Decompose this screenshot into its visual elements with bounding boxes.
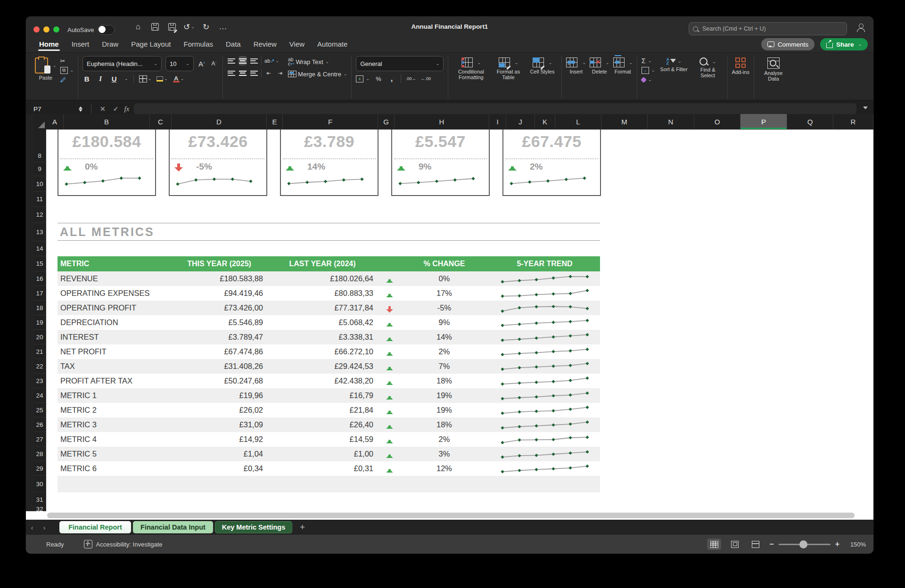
row-header-16[interactable]: 16: [33, 271, 46, 286]
ribbon-tab-home[interactable]: Home: [39, 40, 59, 50]
formula-input[interactable]: [134, 103, 856, 114]
row-header-14[interactable]: 14: [33, 241, 46, 256]
column-header-q[interactable]: Q: [787, 114, 833, 130]
normal-view-button[interactable]: [707, 539, 721, 550]
find-select-button[interactable]: ⌄ Find & Select: [693, 56, 723, 78]
cell-styles-button[interactable]: ⌄ Cell Styles: [527, 56, 557, 74]
row-header-32[interactable]: 32: [33, 507, 46, 511]
column-header-e[interactable]: E: [267, 114, 283, 130]
orientation-button[interactable]: ab↗⌄: [264, 56, 279, 65]
column-header-o[interactable]: O: [694, 114, 740, 130]
ribbon-tab-data[interactable]: Data: [226, 40, 241, 50]
ribbon-tab-formulas[interactable]: Formulas: [183, 40, 213, 50]
zoom-in-button[interactable]: +: [835, 540, 839, 548]
delete-cells-button[interactable]: ✕ ⌄ Delete: [590, 56, 609, 74]
addins-button[interactable]: Add-ins: [732, 56, 749, 75]
column-header-c[interactable]: C: [150, 114, 172, 130]
align-middle-button[interactable]: [239, 56, 247, 65]
row-header-9[interactable]: 9: [33, 162, 46, 176]
column-header-k[interactable]: K: [535, 114, 555, 130]
row-header-10[interactable]: 10: [33, 176, 46, 192]
row-header-27[interactable]: 27: [33, 432, 46, 447]
align-left-button[interactable]: [227, 68, 236, 78]
column-header-g[interactable]: G: [378, 114, 395, 130]
ribbon-tab-insert[interactable]: Insert: [72, 40, 90, 50]
column-header-i[interactable]: I: [489, 114, 506, 130]
wrap-text-button[interactable]: abc↩ Wrap Text⌄: [288, 58, 347, 65]
font-name-select[interactable]: Euphemia (Headin...⌄: [82, 56, 162, 71]
align-bottom-button[interactable]: [250, 56, 258, 65]
zoom-out-button[interactable]: −: [769, 540, 773, 548]
select-all-corner[interactable]: [33, 114, 47, 130]
column-header-j[interactable]: J: [506, 114, 535, 130]
bold-button[interactable]: B: [82, 74, 91, 83]
analyse-data-button[interactable]: Analyse Data: [758, 56, 789, 82]
row-header-13[interactable]: 13: [33, 223, 46, 241]
number-format-select[interactable]: General⌄: [356, 56, 444, 71]
accessibility-status[interactable]: Accessibility: Investigate: [84, 540, 163, 548]
sheet-canvas[interactable]: £180.584 0% £73.426 -5% £3.789 14% £5.54…: [46, 130, 873, 511]
ribbon-tab-page-layout[interactable]: Page Layout: [131, 40, 171, 50]
format-painter-button[interactable]: 🖉: [60, 76, 66, 83]
ribbon-tab-draw[interactable]: Draw: [102, 40, 118, 50]
conditional-formatting-button[interactable]: ⌄ Conditional Formatting: [452, 56, 489, 80]
add-sheet-button[interactable]: +: [300, 522, 305, 532]
column-header-p[interactable]: P: [740, 114, 787, 130]
formula-bar-expand-chevron[interactable]: [863, 106, 868, 112]
row-header-19[interactable]: 19: [33, 315, 46, 330]
align-right-button[interactable]: [250, 68, 258, 78]
zoom-slider-track[interactable]: [779, 544, 831, 545]
row-header-21[interactable]: 21: [33, 344, 46, 359]
row-header-17[interactable]: 17: [33, 286, 46, 301]
underline-options-chevron[interactable]: ⌄: [124, 76, 128, 81]
align-top-button[interactable]: [227, 56, 236, 65]
clear-button[interactable]: ⌄: [642, 76, 652, 83]
row-headers[interactable]: 8910111213141516171819202122232425262728…: [33, 130, 46, 511]
italic-button[interactable]: I: [96, 74, 105, 83]
row-header-28[interactable]: 28: [33, 447, 46, 461]
page-break-view-button[interactable]: [749, 539, 763, 550]
row-header-11[interactable]: 11: [33, 192, 46, 207]
increase-indent-button[interactable]: ⇥: [276, 68, 284, 78]
cancel-entry-button[interactable]: ✕: [100, 105, 106, 113]
name-box[interactable]: P7: [26, 105, 86, 114]
account-icon[interactable]: [856, 23, 865, 32]
column-header-a[interactable]: A: [46, 114, 64, 130]
percent-style-button[interactable]: %: [374, 74, 383, 83]
confirm-entry-button[interactable]: ✓: [113, 105, 119, 113]
insert-cells-button[interactable]: ← ⌄ Insert: [566, 56, 586, 74]
comma-style-button[interactable]: ,: [387, 74, 396, 83]
row-header-24[interactable]: 24: [33, 388, 46, 403]
search-input[interactable]: [701, 25, 843, 33]
column-header-b[interactable]: B: [64, 114, 150, 130]
sort-filter-button[interactable]: AZ ⌄ Sort & Filter: [659, 56, 689, 72]
row-header-25[interactable]: 25: [33, 403, 46, 417]
borders-button[interactable]: ⌄: [139, 74, 152, 83]
next-sheet-arrow[interactable]: ›: [38, 523, 50, 531]
cut-button[interactable]: ✂: [60, 57, 66, 65]
row-header-12[interactable]: 12: [33, 207, 46, 223]
autosum-button[interactable]: Σ⌄: [642, 57, 651, 65]
page-layout-view-button[interactable]: [728, 539, 742, 550]
row-header-23[interactable]: 23: [33, 374, 46, 388]
row-header-29[interactable]: 29: [33, 461, 46, 476]
comments-button[interactable]: Comments: [761, 38, 814, 50]
copy-button[interactable]: ⧉⌄: [60, 66, 74, 74]
sheet-tab-financial-data-input[interactable]: Financial Data Input: [133, 521, 213, 533]
zoom-level[interactable]: 150%: [846, 541, 866, 548]
font-size-select[interactable]: 10⌄: [165, 56, 194, 71]
row-header-8[interactable]: 8: [33, 130, 46, 162]
row-header-22[interactable]: 22: [33, 359, 46, 374]
column-headers[interactable]: ABCDEFGHIJKLMNOPQR: [46, 114, 873, 130]
format-cells-button[interactable]: ⌄ Format: [613, 56, 633, 74]
name-box-spinner[interactable]: [79, 105, 82, 114]
horizontal-scrollbar-thumb[interactable]: [47, 513, 855, 518]
share-button[interactable]: Share ⌄: [820, 38, 868, 50]
zoom-slider-thumb[interactable]: [799, 540, 807, 548]
decrease-font-button[interactable]: Aˇ: [210, 59, 218, 68]
column-header-l[interactable]: L: [555, 114, 601, 130]
sheet-tab-financial-report[interactable]: Financial Report: [59, 521, 131, 533]
column-header-d[interactable]: D: [172, 114, 267, 130]
column-header-f[interactable]: F: [283, 114, 378, 130]
fill-color-button[interactable]: ⌄: [156, 74, 168, 83]
